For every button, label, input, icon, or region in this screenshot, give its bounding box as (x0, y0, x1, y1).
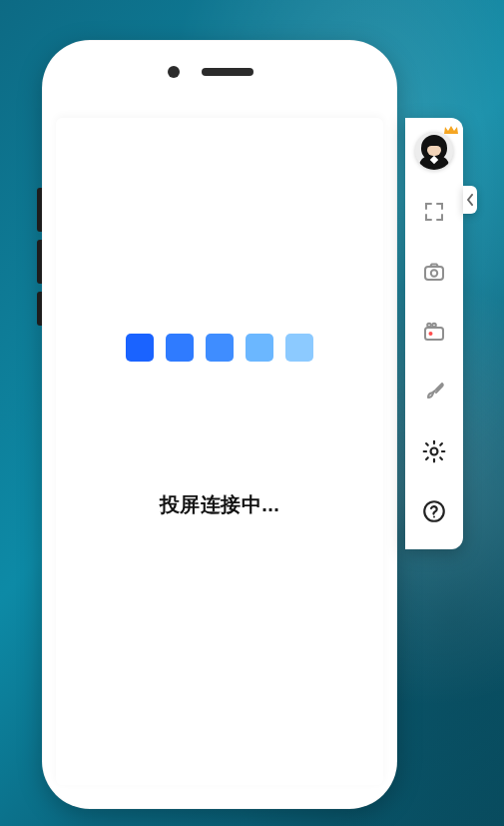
status-text: 投屏连接中... (160, 491, 280, 518)
side-button (37, 292, 42, 326)
svg-point-8 (433, 515, 435, 517)
sensor-dot (168, 66, 180, 78)
user-avatar[interactable] (415, 132, 453, 170)
crown-badge-icon (443, 124, 459, 136)
side-button (37, 188, 42, 232)
svg-rect-2 (425, 328, 443, 340)
settings-icon[interactable] (416, 433, 452, 469)
loader-square (126, 334, 154, 362)
earpiece (202, 68, 253, 76)
help-icon[interactable] (416, 493, 452, 529)
svg-point-6 (431, 448, 438, 455)
svg-point-5 (429, 332, 433, 336)
record-icon[interactable] (416, 314, 452, 350)
loader-square (166, 334, 194, 362)
side-button (37, 240, 42, 284)
svg-rect-0 (425, 267, 443, 280)
loading-indicator (126, 334, 313, 362)
side-toolbar (405, 118, 463, 549)
collapse-toolbar-button[interactable] (463, 186, 477, 214)
loader-square (246, 334, 273, 362)
chevron-left-icon (466, 194, 474, 206)
phone-screen: 投屏连接中... (56, 118, 383, 785)
brush-icon[interactable] (416, 374, 452, 410)
loader-square (285, 334, 313, 362)
fullscreen-icon[interactable] (416, 194, 452, 230)
phone-frame: 投屏连接中... (42, 40, 397, 809)
loader-square (206, 334, 234, 362)
svg-point-3 (427, 324, 431, 328)
camera-icon[interactable] (416, 254, 452, 290)
svg-point-4 (432, 324, 436, 328)
svg-point-1 (431, 270, 437, 276)
